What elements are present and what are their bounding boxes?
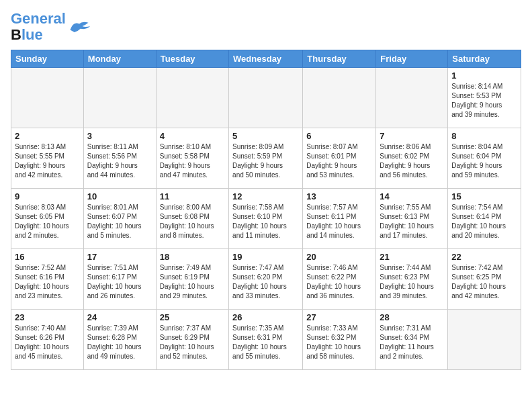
day-cell: 14Sunrise: 7:55 AM Sunset: 6:13 PM Dayli…	[376, 189, 448, 249]
day-cell: 21Sunrise: 7:44 AM Sunset: 6:23 PM Dayli…	[376, 249, 448, 310]
day-info: Sunrise: 8:09 AM Sunset: 5:59 PM Dayligh…	[232, 142, 299, 180]
weekday-header-monday: Monday	[83, 50, 156, 68]
day-cell: 17Sunrise: 7:51 AM Sunset: 6:17 PM Dayli…	[83, 249, 156, 310]
day-cell	[83, 68, 156, 128]
logo-bird-icon	[67, 17, 91, 36]
logo-text: GeneralBlue	[11, 11, 66, 43]
day-cell: 5Sunrise: 8:09 AM Sunset: 5:59 PM Daylig…	[229, 128, 303, 189]
week-row-4: 16Sunrise: 7:52 AM Sunset: 6:16 PM Dayli…	[11, 249, 521, 310]
day-number: 14	[380, 191, 444, 201]
weekday-header-friday: Friday	[376, 50, 448, 68]
day-number: 4	[160, 131, 225, 141]
day-cell: 8Sunrise: 8:04 AM Sunset: 6:04 PM Daylig…	[448, 128, 521, 189]
logo: GeneralBlue	[11, 11, 91, 43]
day-cell	[156, 68, 228, 128]
day-info: Sunrise: 7:46 AM Sunset: 6:22 PM Dayligh…	[306, 263, 372, 301]
week-row-2: 2Sunrise: 8:13 AM Sunset: 5:55 PM Daylig…	[11, 128, 521, 189]
day-info: Sunrise: 7:52 AM Sunset: 6:16 PM Dayligh…	[15, 263, 80, 301]
day-cell: 10Sunrise: 8:01 AM Sunset: 6:07 PM Dayli…	[83, 189, 156, 249]
day-number: 8	[451, 131, 517, 141]
day-number: 19	[232, 252, 299, 262]
day-info: Sunrise: 8:07 AM Sunset: 6:01 PM Dayligh…	[306, 142, 372, 180]
weekday-header-saturday: Saturday	[448, 50, 521, 68]
day-info: Sunrise: 8:10 AM Sunset: 5:58 PM Dayligh…	[160, 142, 225, 180]
day-info: Sunrise: 7:55 AM Sunset: 6:13 PM Dayligh…	[380, 203, 444, 240]
day-info: Sunrise: 7:31 AM Sunset: 6:34 PM Dayligh…	[380, 324, 444, 361]
day-number: 26	[232, 312, 299, 322]
day-cell: 12Sunrise: 7:58 AM Sunset: 6:10 PM Dayli…	[229, 189, 303, 249]
day-number: 13	[306, 191, 372, 201]
day-cell: 16Sunrise: 7:52 AM Sunset: 6:16 PM Dayli…	[11, 249, 84, 310]
calendar-table: SundayMondayTuesdayWednesdayThursdayFrid…	[11, 50, 521, 370]
day-number: 18	[160, 252, 225, 262]
day-number: 20	[306, 252, 372, 262]
day-cell: 20Sunrise: 7:46 AM Sunset: 6:22 PM Dayli…	[303, 249, 376, 310]
day-cell: 6Sunrise: 8:07 AM Sunset: 6:01 PM Daylig…	[303, 128, 376, 189]
day-number: 1	[451, 71, 517, 81]
day-info: Sunrise: 7:51 AM Sunset: 6:17 PM Dayligh…	[87, 263, 152, 301]
day-cell: 28Sunrise: 7:31 AM Sunset: 6:34 PM Dayli…	[376, 310, 448, 370]
day-info: Sunrise: 8:11 AM Sunset: 5:56 PM Dayligh…	[87, 142, 152, 180]
day-cell: 22Sunrise: 7:42 AM Sunset: 6:25 PM Dayli…	[448, 249, 521, 310]
day-cell: 7Sunrise: 8:06 AM Sunset: 6:02 PM Daylig…	[376, 128, 448, 189]
weekday-header-row: SundayMondayTuesdayWednesdayThursdayFrid…	[11, 50, 521, 68]
day-cell: 19Sunrise: 7:47 AM Sunset: 6:20 PM Dayli…	[229, 249, 303, 310]
day-number: 11	[160, 191, 225, 201]
weekday-header-sunday: Sunday	[11, 50, 84, 68]
day-cell: 9Sunrise: 8:03 AM Sunset: 6:05 PM Daylig…	[11, 189, 84, 249]
day-cell: 26Sunrise: 7:35 AM Sunset: 6:31 PM Dayli…	[229, 310, 303, 370]
day-info: Sunrise: 7:58 AM Sunset: 6:10 PM Dayligh…	[232, 203, 299, 240]
day-info: Sunrise: 7:49 AM Sunset: 6:19 PM Dayligh…	[160, 263, 225, 301]
day-cell	[448, 310, 521, 370]
day-cell	[303, 68, 376, 128]
day-number: 15	[451, 191, 517, 201]
day-number: 12	[232, 191, 299, 201]
day-number: 6	[306, 131, 372, 141]
day-cell: 13Sunrise: 7:57 AM Sunset: 6:11 PM Dayli…	[303, 189, 376, 249]
day-cell: 18Sunrise: 7:49 AM Sunset: 6:19 PM Dayli…	[156, 249, 228, 310]
day-info: Sunrise: 8:03 AM Sunset: 6:05 PM Dayligh…	[15, 203, 80, 240]
day-info: Sunrise: 7:47 AM Sunset: 6:20 PM Dayligh…	[232, 263, 299, 301]
day-info: Sunrise: 8:13 AM Sunset: 5:55 PM Dayligh…	[15, 142, 80, 180]
day-cell: 27Sunrise: 7:33 AM Sunset: 6:32 PM Dayli…	[303, 310, 376, 370]
day-info: Sunrise: 8:04 AM Sunset: 6:04 PM Dayligh…	[451, 142, 517, 180]
day-number: 28	[380, 312, 444, 322]
day-info: Sunrise: 8:14 AM Sunset: 5:53 PM Dayligh…	[451, 82, 517, 120]
weekday-header-wednesday: Wednesday	[229, 50, 303, 68]
weekday-header-thursday: Thursday	[303, 50, 376, 68]
day-number: 10	[87, 191, 152, 201]
day-cell	[11, 68, 84, 128]
day-info: Sunrise: 7:33 AM Sunset: 6:32 PM Dayligh…	[306, 324, 372, 361]
day-number: 25	[160, 312, 225, 322]
day-info: Sunrise: 8:00 AM Sunset: 6:08 PM Dayligh…	[160, 203, 225, 240]
day-info: Sunrise: 7:35 AM Sunset: 6:31 PM Dayligh…	[232, 324, 299, 361]
week-row-1: 1Sunrise: 8:14 AM Sunset: 5:53 PM Daylig…	[11, 68, 521, 128]
day-number: 16	[15, 252, 80, 262]
day-info: Sunrise: 7:57 AM Sunset: 6:11 PM Dayligh…	[306, 203, 372, 240]
day-info: Sunrise: 7:54 AM Sunset: 6:14 PM Dayligh…	[451, 203, 517, 240]
day-number: 9	[15, 191, 80, 201]
day-number: 17	[87, 252, 152, 262]
day-info: Sunrise: 7:39 AM Sunset: 6:28 PM Dayligh…	[87, 324, 152, 361]
day-cell	[376, 68, 448, 128]
day-number: 23	[15, 312, 80, 322]
day-cell: 2Sunrise: 8:13 AM Sunset: 5:55 PM Daylig…	[11, 128, 84, 189]
day-number: 24	[87, 312, 152, 322]
day-cell: 24Sunrise: 7:39 AM Sunset: 6:28 PM Dayli…	[83, 310, 156, 370]
day-cell: 25Sunrise: 7:37 AM Sunset: 6:29 PM Dayli…	[156, 310, 228, 370]
day-info: Sunrise: 7:37 AM Sunset: 6:29 PM Dayligh…	[160, 324, 225, 361]
day-info: Sunrise: 8:06 AM Sunset: 6:02 PM Dayligh…	[380, 142, 444, 180]
day-number: 7	[380, 131, 444, 141]
day-number: 2	[15, 131, 80, 141]
day-cell: 15Sunrise: 7:54 AM Sunset: 6:14 PM Dayli…	[448, 189, 521, 249]
day-number: 3	[87, 131, 152, 141]
day-cell	[229, 68, 303, 128]
page-header: GeneralBlue	[11, 11, 521, 43]
day-cell: 1Sunrise: 8:14 AM Sunset: 5:53 PM Daylig…	[448, 68, 521, 128]
day-number: 27	[306, 312, 372, 322]
day-cell: 3Sunrise: 8:11 AM Sunset: 5:56 PM Daylig…	[83, 128, 156, 189]
day-cell: 11Sunrise: 8:00 AM Sunset: 6:08 PM Dayli…	[156, 189, 228, 249]
week-row-5: 23Sunrise: 7:40 AM Sunset: 6:26 PM Dayli…	[11, 310, 521, 370]
day-number: 21	[380, 252, 444, 262]
day-number: 5	[232, 131, 299, 141]
